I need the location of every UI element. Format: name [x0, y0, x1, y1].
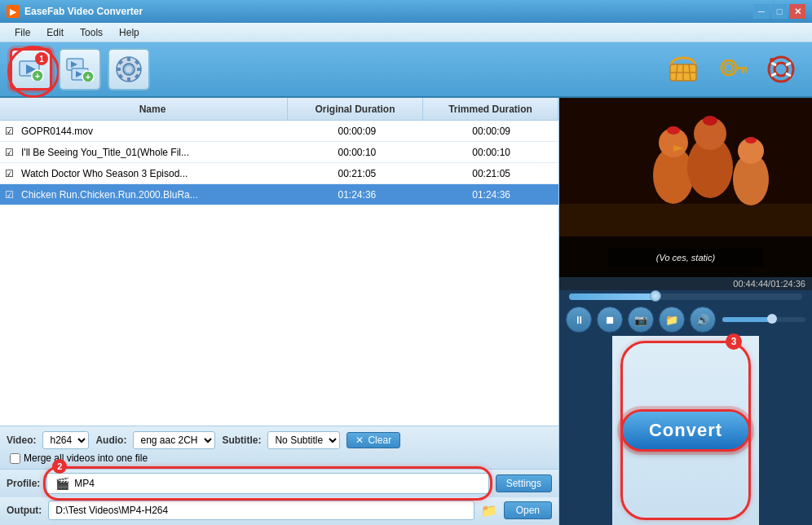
- menu-help[interactable]: Help: [111, 25, 148, 40]
- menu-tools[interactable]: Tools: [72, 25, 111, 40]
- volume-button[interactable]: 🔊: [690, 307, 716, 333]
- video-select[interactable]: h264: [42, 431, 89, 449]
- row-checkbox-2[interactable]: ☑: [0, 168, 18, 179]
- key-button[interactable]: [711, 48, 753, 90]
- profile-input-container: 2 🎬 MP4: [46, 473, 488, 494]
- svg-point-26: [722, 60, 736, 75]
- profile-value: MP4: [74, 478, 95, 489]
- table-row[interactable]: ☑ Chicken Run.Chicken.Run.2000.BluRa... …: [0, 184, 558, 205]
- gear-icon: [115, 55, 143, 83]
- profile-display[interactable]: 🎬 MP4: [46, 473, 488, 494]
- convert-area: 3 Convert: [612, 336, 759, 525]
- subtitle-select[interactable]: No Subtitle: [267, 431, 340, 449]
- volume-knob[interactable]: [767, 314, 777, 324]
- svg-rect-41: [665, 157, 682, 175]
- menu-bar: File Edit Tools Help: [0, 23, 812, 42]
- window-controls: ─ □ ✕: [753, 4, 805, 19]
- row-filename-2: Watch Doctor Who Season 3 Episod...: [18, 168, 290, 179]
- svg-text:(Vo ces, static): (Vo ces, static): [656, 253, 716, 262]
- add-video-button[interactable]: 1 +: [10, 48, 52, 90]
- svg-point-50: [745, 137, 757, 143]
- menu-edit[interactable]: Edit: [38, 25, 72, 40]
- svg-line-33: [771, 63, 776, 65]
- row-checkbox-0[interactable]: ☑: [0, 126, 18, 137]
- row-trimmed-1: 00:00:10: [424, 147, 558, 158]
- svg-point-31: [769, 57, 793, 82]
- volume-fill: [722, 317, 772, 322]
- toolbar: 1 + +: [0, 42, 812, 98]
- svg-point-27: [725, 64, 733, 72]
- app-icon: ▶: [7, 5, 20, 18]
- clear-x-icon: ✕: [355, 435, 364, 446]
- audio-label: Audio:: [95, 435, 126, 446]
- shop-button[interactable]: [662, 48, 704, 90]
- row-original-2: 00:21:05: [290, 168, 425, 179]
- output-row: Output: 📁 Open: [0, 497, 558, 525]
- snapshot-button[interactable]: 📷: [628, 307, 654, 333]
- row-checkbox-3[interactable]: ☑: [0, 189, 18, 201]
- table-row[interactable]: ☑ I'll Be Seeing You_Title_01(Whole Fil.…: [0, 142, 558, 163]
- row-filename-1: I'll Be Seeing You_Title_01(Whole Fil...: [18, 147, 290, 158]
- row-trimmed-0: 00:00:09: [424, 126, 558, 137]
- progress-bar[interactable]: [569, 293, 801, 300]
- svg-line-35: [771, 73, 776, 76]
- settings-button[interactable]: Settings: [496, 474, 552, 492]
- settings-button[interactable]: [108, 48, 150, 90]
- col-header-original: Original Duration: [288, 98, 423, 120]
- svg-rect-45: [701, 150, 719, 167]
- player-controls: ⏸ ⏹ 📷 📁 🔊: [559, 303, 812, 336]
- batch-convert-button[interactable]: +: [59, 48, 101, 90]
- output-label: Output:: [7, 505, 42, 516]
- row-filename-0: GOPR0144.mov: [18, 126, 290, 137]
- preview-scene: (Vo ces, static): [559, 98, 812, 277]
- main-area: Name Original Duration Trimmed Duration …: [0, 98, 812, 525]
- output-path-input[interactable]: [48, 501, 474, 520]
- video-label: Video:: [7, 435, 36, 446]
- controls-row1: Video: h264 Audio: eng aac 2CH Subtitle:…: [7, 431, 552, 449]
- pause-button[interactable]: ⏸: [566, 307, 592, 333]
- merge-row: Merge all videos into one file: [7, 452, 552, 464]
- volume-slider[interactable]: [722, 317, 805, 322]
- svg-rect-13: [127, 57, 130, 61]
- table-row[interactable]: ☑ Watch Doctor Who Season 3 Episod... 00…: [0, 163, 558, 184]
- svg-point-12: [126, 66, 132, 73]
- stop-button[interactable]: ⏹: [597, 307, 623, 333]
- row-filename-3: Chicken Run.Chicken.Run.2000.BluRa...: [18, 189, 290, 201]
- close-button[interactable]: ✕: [789, 4, 805, 19]
- folder-button[interactable]: 📁: [659, 307, 685, 333]
- convert-button[interactable]: Convert: [620, 409, 751, 452]
- subtitle-label: Subtitle:: [222, 435, 261, 446]
- profile-row: Profile: 2 🎬 MP4 Settings: [0, 469, 558, 497]
- batch-icon: +: [65, 57, 95, 82]
- maximize-button[interactable]: □: [771, 4, 788, 19]
- help-button[interactable]: [760, 48, 802, 90]
- menu-file[interactable]: File: [7, 25, 38, 40]
- merge-label: Merge all videos into one file: [24, 452, 148, 464]
- svg-point-32: [774, 63, 788, 76]
- toolbar-right: [662, 48, 802, 90]
- svg-rect-29: [742, 69, 744, 73]
- toolbar-left: 1 + +: [10, 48, 150, 90]
- col-header-name: Name: [18, 98, 288, 120]
- row-original-1: 00:00:10: [290, 147, 425, 158]
- app-title: EaseFab Video Converter: [24, 6, 753, 17]
- merge-checkbox[interactable]: [10, 453, 20, 464]
- help-icon: [766, 55, 796, 84]
- progress-knob[interactable]: [650, 290, 661, 302]
- table-row[interactable]: ☑ GOPR0144.mov 00:00:09 00:00:09: [0, 121, 558, 142]
- svg-rect-15: [117, 68, 121, 71]
- clear-button[interactable]: ✕ Clear: [346, 432, 400, 448]
- step1-badge: 1: [35, 52, 48, 65]
- profile-label: Profile:: [7, 478, 40, 489]
- row-checkbox-1[interactable]: ☑: [0, 147, 18, 158]
- svg-rect-28: [735, 67, 747, 69]
- audio-select[interactable]: eng aac 2CH: [133, 431, 215, 449]
- file-list: ☑ GOPR0144.mov 00:00:09 00:00:09 ☑ I'll …: [0, 121, 558, 426]
- folder-browse-icon[interactable]: 📁: [481, 503, 497, 518]
- step3-badge: 3: [726, 333, 742, 350]
- svg-point-48: [667, 126, 680, 135]
- minimize-button[interactable]: ─: [753, 4, 770, 19]
- basket-icon: [667, 55, 699, 84]
- svg-rect-30: [745, 69, 747, 73]
- open-button[interactable]: Open: [504, 501, 552, 519]
